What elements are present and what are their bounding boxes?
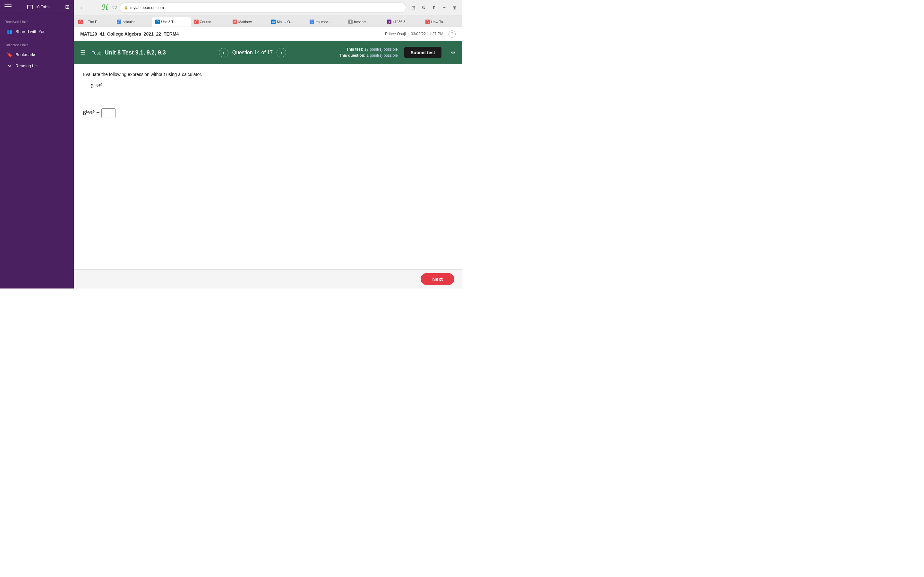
tabs-bar: C 1. The F... G calculat... P Unit 8 T..…	[74, 15, 462, 27]
tab-mail-label: Mail – O...	[277, 20, 293, 24]
this-test-label: This test:	[346, 47, 363, 52]
test-label: Test:	[92, 50, 102, 55]
tab-41236-label: 41236.3...	[393, 20, 409, 24]
tab-1-favicon: C	[78, 19, 83, 24]
address-bar[interactable]: 🔒 mylab.pearson.com	[120, 3, 406, 13]
test-header: ☰ Test: Unit 8 Test 9.1, 9.2, 9.3 ‹ Ques…	[74, 41, 462, 64]
tab-how-to[interactable]: C How To...	[422, 17, 461, 27]
shared-with-you-label: Shared with You	[15, 29, 45, 34]
new-tab-icon[interactable]: ＋	[439, 3, 449, 12]
section-divider: · · ·	[83, 93, 453, 103]
course-title: MAT120_41_College Algebra_2021_22_TERM4	[80, 31, 179, 37]
collected-links-section-label: Collected Links	[0, 37, 74, 49]
browser-window: ‹ › ℋ 🛡 🔒 mylab.pearson.com ⊡ ↻ ⬆ ＋ ⊞ C …	[74, 0, 462, 288]
received-links-section-label: Received Links	[0, 14, 74, 26]
help-icon[interactable]: ?	[449, 31, 456, 37]
tab-1-the-f[interactable]: C 1. The F...	[75, 17, 113, 27]
url-text: mylab.pearson.com	[130, 5, 164, 10]
settings-icon[interactable]: ⚙	[451, 49, 456, 56]
tabs-count-text: 10 Tabs	[35, 5, 49, 9]
submit-test-button[interactable]: Submit test	[404, 47, 441, 58]
bookmarks-label: Bookmarks	[15, 52, 36, 57]
next-button[interactable]: Next	[421, 273, 454, 285]
question-instruction: Evaluate the following expression withou…	[83, 72, 453, 77]
back-button[interactable]: ‹	[77, 3, 86, 12]
question-area: Evaluate the following expression withou…	[74, 64, 462, 269]
lock-icon: 🔒	[124, 5, 128, 10]
honk-logo-icon: ℋ	[102, 3, 108, 12]
test-info: This test: 17 point(s) possible This que…	[339, 47, 398, 59]
expression-display: 6log69	[90, 83, 453, 90]
tab-how-to-favicon: C	[425, 19, 430, 24]
sidebar-item-shared-with-you[interactable]: 👥 Shared with You	[2, 26, 72, 37]
this-question-value: 1 point(s) possible	[367, 53, 397, 58]
tab-best-art[interactable]: i best art...	[345, 17, 383, 27]
shield-icon[interactable]: 🛡	[112, 5, 117, 10]
this-test-value: 17 point(s) possible	[365, 47, 398, 52]
sidebar-top: 10 Tabs ⊞	[0, 0, 74, 14]
tab-41236-favicon: ⚡	[387, 19, 391, 24]
grid-view-icon[interactable]: ⊞	[450, 3, 459, 12]
answer-label: 6log69 =	[83, 110, 99, 117]
this-question-info: This question: 1 point(s) possible	[339, 53, 398, 59]
tab-course-favicon: C	[194, 19, 199, 24]
forward-button[interactable]: ›	[89, 3, 97, 12]
course-user: Prince Osuji	[385, 32, 406, 36]
tab-mail-favicon: ✉	[271, 19, 276, 24]
refresh-icon[interactable]: ↻	[419, 3, 428, 12]
grid-icon[interactable]: ⊞	[65, 4, 69, 10]
title-bar: ‹ › ℋ 🛡 🔒 mylab.pearson.com ⊡ ↻ ⬆ ＋ ⊞	[74, 0, 462, 15]
answer-input[interactable]	[102, 108, 115, 118]
this-test-info: This test: 17 point(s) possible	[339, 47, 398, 53]
tab-calculat-label: calculat...	[123, 20, 137, 24]
tab-best-art-favicon: i	[348, 19, 352, 24]
question-indicator: Question 14 of 17	[232, 50, 273, 55]
tab-unit-8-t[interactable]: P Unit 8 T...	[152, 17, 191, 27]
content-area: MAT120_41_College Algebra_2021_22_TERM4 …	[74, 27, 462, 288]
tab-course-label: Course...	[200, 20, 214, 24]
tab-icon	[27, 5, 33, 9]
tab-rex-favicon: G	[310, 19, 314, 24]
course-header: MAT120_41_College Algebra_2021_22_TERM4 …	[74, 27, 462, 41]
test-title-group: Test: Unit 8 Test 9.1, 9.2, 9.3	[92, 49, 166, 56]
bottom-bar: Next	[74, 269, 462, 288]
tab-unit8-favicon: P	[155, 19, 160, 24]
tab-41236[interactable]: ⚡ 41236.3...	[384, 17, 422, 27]
tab-calculat[interactable]: G calculat...	[113, 17, 152, 27]
sidebar-toggle-icon[interactable]	[5, 5, 11, 10]
tab-matthew-favicon: M	[233, 19, 237, 24]
sidebar: 10 Tabs ⊞ Received Links 👥 Shared with Y…	[0, 0, 74, 288]
reading-list-label: Reading List	[15, 63, 39, 68]
course-meta: Prince Osuji 03/03/22 11:27 PM ?	[385, 31, 456, 37]
tab-matthew-label: Matthew...	[238, 20, 254, 24]
tab-rex-label: rex moo...	[315, 20, 331, 24]
toolbar-icons: ⊡ ↻ ⬆ ＋ ⊞	[409, 3, 459, 12]
sidebar-item-reading-list[interactable]: ∞ Reading List	[2, 61, 72, 71]
menu-icon[interactable]: ☰	[80, 49, 86, 56]
this-question-label: This question:	[339, 53, 365, 58]
tab-mail[interactable]: ✉ Mail – O...	[268, 17, 306, 27]
tab-rex[interactable]: G rex moo...	[306, 17, 345, 27]
cast-icon[interactable]: ⊡	[409, 3, 418, 12]
test-name: Unit 8 Test 9.1, 9.2, 9.3	[105, 49, 166, 56]
tab-matthew[interactable]: M Matthew...	[229, 17, 268, 27]
tab-course[interactable]: C Course...	[191, 17, 229, 27]
course-datetime: 03/03/22 11:27 PM	[411, 32, 443, 36]
next-question-button[interactable]: ›	[276, 48, 286, 57]
shared-icon: 👥	[6, 29, 12, 34]
bookmark-icon: 🔖	[6, 52, 12, 57]
prev-question-button[interactable]: ‹	[219, 48, 228, 57]
tabs-count-label: 10 Tabs	[27, 5, 49, 9]
tab-calculat-favicon: G	[117, 19, 121, 24]
reading-list-icon: ∞	[6, 63, 12, 69]
tab-1-label: 1. The F...	[84, 20, 100, 24]
answer-row: 6log69 =	[83, 108, 453, 118]
question-nav: ‹ Question 14 of 17 ›	[219, 48, 286, 57]
share-icon[interactable]: ⬆	[429, 3, 438, 12]
tab-unit8-label: Unit 8 T...	[161, 20, 176, 24]
tab-best-art-label: best art...	[354, 20, 368, 24]
sidebar-item-bookmarks[interactable]: 🔖 Bookmarks	[2, 49, 72, 60]
tab-how-to-label: How To...	[431, 20, 446, 24]
